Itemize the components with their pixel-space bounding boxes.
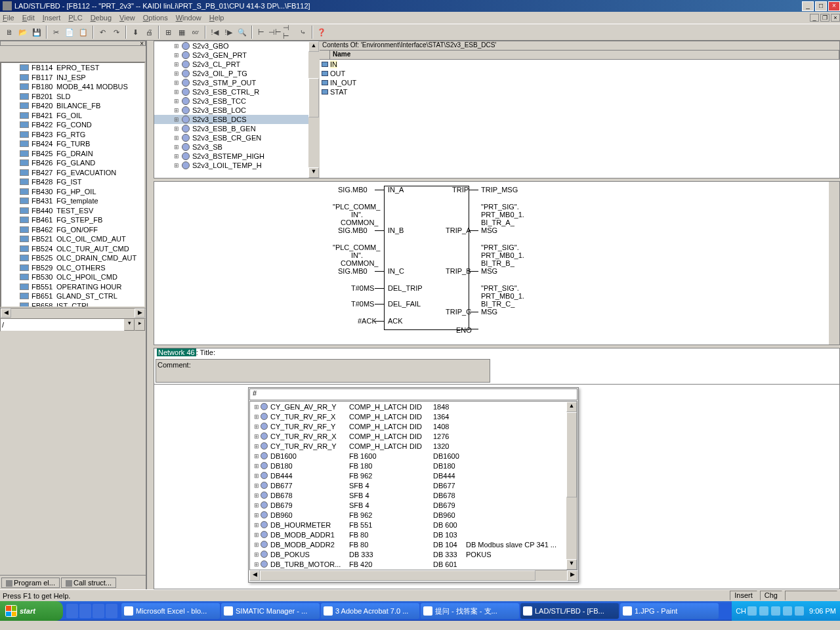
task-button[interactable]: 提问 - 找答案 - 支... xyxy=(421,603,519,619)
symbol-row[interactable]: DB678SFB 4DB678 xyxy=(250,490,577,500)
col-name[interactable]: Name xyxy=(330,51,839,59)
stat-item[interactable]: S2v3_SB xyxy=(154,142,319,152)
interface-row[interactable]: IN_OUT xyxy=(320,78,839,87)
interface-row[interactable]: IN xyxy=(320,60,839,69)
task-button[interactable]: LAD/STL/FBD - [FB... xyxy=(520,603,619,619)
symbol-row[interactable]: DB_TURB_MOTOR...FB 420DB 601 xyxy=(250,559,577,569)
filter-dropdown[interactable]: ▾ xyxy=(124,319,135,331)
menu-view[interactable]: View xyxy=(119,14,135,22)
fbd-network-view[interactable]: SIG.MB0IN_ATRIPTRIP_MSG"PLC_COMM_IN".COM… xyxy=(154,181,840,345)
tree-hscroll[interactable]: ◀▶ xyxy=(0,308,146,318)
task-button[interactable]: SIMATIC Manager - ... xyxy=(221,603,320,619)
undo-icon[interactable]: ↶ xyxy=(96,26,109,39)
close-button[interactable]: × xyxy=(828,1,840,11)
copy-icon[interactable]: 📄 xyxy=(63,26,76,39)
branch-icon[interactable]: ⤷ xyxy=(296,26,309,39)
symbol-row[interactable]: DB_POKUSDB 333DB 333POKUS xyxy=(250,549,577,559)
open-icon[interactable]: 📂 xyxy=(16,26,30,39)
tree-item-FB180[interactable]: FB180MODB_441 MODBUS xyxy=(1,82,144,92)
symbol-row[interactable]: DB679SFB 4DB679 xyxy=(250,500,577,510)
system-tray[interactable]: CH 9:06 PM xyxy=(732,601,840,621)
task-button[interactable]: Microsoft Excel - blo... xyxy=(121,603,220,619)
tree-item-FB423[interactable]: FB423FG_RTG xyxy=(1,130,144,140)
tree-item-FB521[interactable]: FB521OLC_OIL_CMD_AUT xyxy=(1,234,144,244)
tree-item-FB114[interactable]: FB114EPRO_TEST xyxy=(1,63,144,73)
panel-close-handle[interactable] xyxy=(0,41,146,46)
tray-clock[interactable]: 9:06 PM xyxy=(809,607,836,615)
menu-edit[interactable]: Edit xyxy=(22,14,35,22)
ql-icon[interactable] xyxy=(93,604,104,618)
stat-item[interactable]: S2v3_GEN_PRT xyxy=(154,51,319,60)
tree-item-FB440[interactable]: FB440TEST_ESV xyxy=(1,206,144,216)
tray-icon[interactable] xyxy=(747,606,757,616)
menu-insert[interactable]: Insert xyxy=(43,14,61,22)
tree-item-FB651[interactable]: FB651GLAND_ST_CTRL xyxy=(1,291,144,301)
symbol-row[interactable]: DB960FB 962DB960 xyxy=(250,510,577,520)
redo-icon[interactable]: ↷ xyxy=(110,26,123,39)
tree-item-FB524[interactable]: FB524OLC_TUR_AUT_CMD xyxy=(1,244,144,254)
filter-go[interactable]: ▸ xyxy=(135,319,145,331)
menu-debug[interactable]: Debug xyxy=(91,14,112,22)
task-button[interactable]: 3 Adobe Acrobat 7.0 ... xyxy=(321,603,419,619)
tree-item-FB658[interactable]: FB658IST_CTRL xyxy=(1,301,144,308)
start-button[interactable]: start xyxy=(0,601,63,621)
tray-lang[interactable]: CH xyxy=(736,607,746,615)
tree-item-FB424[interactable]: FB424FG_TURB xyxy=(1,139,144,149)
symbol-row[interactable]: CY_TUR_RV_RR_XCOMP_H_LATCHDID1276 xyxy=(250,431,577,441)
symbol-row[interactable]: CY_TUR_RV_RF_YCOMP_H_LATCHDID1408 xyxy=(250,421,577,431)
stat-item[interactable]: S2v3_STM_P_OUT xyxy=(154,78,319,87)
tree-item-FB422[interactable]: FB422FG_COND xyxy=(1,120,144,130)
tab-call-structure[interactable]: Call struct... xyxy=(61,578,116,588)
tree-item-FB530[interactable]: FB530OLC_HPOIL_CMD xyxy=(1,272,144,282)
tree-item-FB430[interactable]: FB430FG_HP_OIL xyxy=(1,187,144,197)
minimize-button[interactable]: _ xyxy=(802,1,814,11)
download-icon[interactable]: ⬇ xyxy=(129,26,142,39)
tree-item-FB428[interactable]: FB428FG_IST xyxy=(1,177,144,187)
print-icon[interactable]: 🖨 xyxy=(142,26,156,39)
symbol-row[interactable]: DB1600FB 1600DB1600 xyxy=(250,451,577,461)
symbol-row[interactable]: CY_GEN_AV_RR_YCOMP_H_LATCHDID1848 xyxy=(250,402,577,411)
tree-item-FB117[interactable]: FB117INJ_ESP xyxy=(1,73,144,83)
symbol-row[interactable]: DB_MODB_ADDR1FB 80DB 103 xyxy=(250,530,577,539)
symbol-row[interactable]: DB444FB 962DB444 xyxy=(250,471,577,480)
goto-icon[interactable]: !◀ xyxy=(208,26,221,39)
catalog-icon[interactable]: ⊞ xyxy=(161,26,175,39)
filter-input[interactable] xyxy=(1,319,124,331)
goto2-icon[interactable]: !▶ xyxy=(222,26,235,39)
stat-item[interactable]: S2v3_ESB_CTRL_R xyxy=(154,87,319,96)
ql-icon[interactable] xyxy=(79,604,91,618)
stat-item[interactable]: S2v3_GBO xyxy=(154,41,319,51)
tree-item-FB426[interactable]: FB426FG_GLAND xyxy=(1,158,144,168)
tab-program-elements[interactable]: Program el... xyxy=(1,578,60,588)
menu-options[interactable]: Options xyxy=(143,14,168,22)
stat-item[interactable]: S2v3_ESB_CR_GEN xyxy=(154,133,319,142)
popup-vscroll[interactable]: ▲▼ xyxy=(566,402,577,570)
tray-icon[interactable] xyxy=(795,606,804,616)
wire-icon[interactable]: ⊢ xyxy=(255,26,268,39)
ql-icon[interactable] xyxy=(106,604,117,618)
monitor-icon[interactable]: 60' xyxy=(189,26,202,39)
paste-icon[interactable]: 📋 xyxy=(77,26,90,39)
stat-item[interactable]: S2v3_ESB_LOC xyxy=(154,106,319,115)
contact-icon[interactable]: ⊣⊢ xyxy=(268,26,282,39)
tray-icon[interactable] xyxy=(783,606,792,616)
stat-item[interactable]: S2v3_CL_PRT xyxy=(154,60,319,69)
help-icon[interactable]: ❓ xyxy=(315,26,328,39)
tree-item-FB421[interactable]: FB421FG_OIL xyxy=(1,111,144,121)
ql-icon[interactable] xyxy=(66,604,78,618)
menu-help[interactable]: Help xyxy=(209,14,224,22)
tray-icon[interactable] xyxy=(759,606,768,616)
maximize-button[interactable]: □ xyxy=(815,1,827,11)
symbol-row[interactable]: DB677SFB 4DB677 xyxy=(250,480,577,490)
interface-row[interactable]: OUT xyxy=(320,69,839,78)
tree-item-FB551[interactable]: FB551OPERATING HOUR xyxy=(1,282,144,292)
popup-filter[interactable]: # xyxy=(249,388,578,400)
tree-item-FB420[interactable]: FB420BILANCE_FB xyxy=(1,101,144,111)
block-tree[interactable]: FB114EPRO_TESTFB117INJ_ESPFB180MODB_441 … xyxy=(0,62,146,308)
tray-icon[interactable] xyxy=(771,606,780,616)
cut-icon[interactable]: ✂ xyxy=(49,26,62,39)
stat-item[interactable]: S2v3_OIL_P_TG xyxy=(154,69,319,78)
mdi-minimize[interactable]: _ xyxy=(810,14,819,22)
symbol-row[interactable]: CY_TUR_RV_RR_YCOMP_H_LATCHDID1320 xyxy=(250,441,577,451)
tree-item-FB201[interactable]: FB201SLD xyxy=(1,92,144,102)
